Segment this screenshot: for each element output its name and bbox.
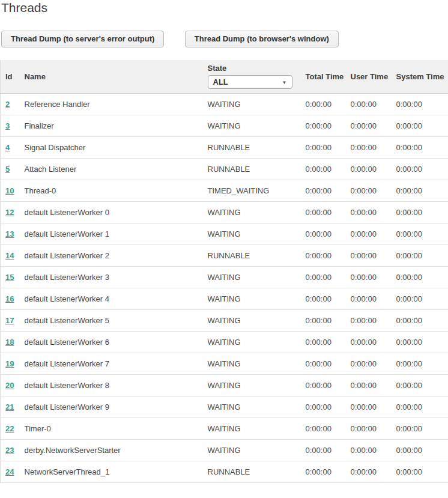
thread-id-link[interactable]: 14 [5,251,14,260]
thread-id-cell: 10 [1,180,20,201]
table-row: 17default ListenerWorker 5WAITING0:00:00… [1,309,448,331]
thread-id-link[interactable]: 13 [5,229,14,238]
thread-id-cell: 15 [1,266,20,288]
table-row: 12default ListenerWorker 0WAITING0:00:00… [1,201,448,223]
state-filter-select[interactable]: ALL [208,75,292,89]
thread-user-time: 0:00:00 [346,93,392,115]
thread-system-time: 0:00:00 [392,439,448,461]
column-header-name: Name [20,60,203,93]
thread-id-cell: 20 [1,374,20,396]
table-row: 2Reference HandlerWAITING0:00:000:00:000… [1,93,448,115]
thread-id-link[interactable]: 18 [5,338,14,347]
thread-id-link[interactable]: 10 [5,186,14,195]
thread-state: WAITING [203,309,301,331]
thread-name: Timer-0 [20,418,203,439]
thread-state: RUNNABLE [203,461,301,482]
thread-user-time: 0:00:00 [346,136,392,158]
thread-id-cell: 13 [1,223,20,244]
thread-id-link[interactable]: 5 [5,165,10,174]
thread-dump-server-button[interactable]: Thread Dump (to server's error output) [1,31,164,47]
thread-id-cell: 19 [1,353,20,374]
thread-dump-browser-button[interactable]: Thread Dump (to browser's window) [185,31,339,47]
thread-id-link[interactable]: 2 [5,100,10,109]
thread-state: TIMED_WAITING [203,180,301,201]
thread-id-cell: 12 [1,201,20,223]
thread-state: WAITING [203,93,301,115]
toolbar: Thread Dump (to server's error output) T… [1,31,448,47]
thread-id-link[interactable]: 19 [5,359,14,368]
thread-system-time: 0:00:00 [392,223,448,244]
threads-table: Id Name State ALL ▼ Total Time User Time… [0,60,448,483]
thread-system-time: 0:00:00 [392,158,448,180]
thread-id-link[interactable]: 4 [5,143,10,152]
thread-id-link[interactable]: 17 [5,316,14,325]
thread-id-link[interactable]: 12 [5,208,14,217]
thread-id-link[interactable]: 23 [5,446,14,455]
thread-name: Signal Dispatcher [20,136,203,158]
thread-total-time: 0:00:00 [301,158,346,180]
thread-id-link[interactable]: 16 [5,294,14,303]
thread-system-time: 0:00:00 [392,309,448,331]
thread-name: Thread-0 [20,180,203,201]
thread-id-link[interactable]: 22 [5,424,14,433]
thread-id-cell: 23 [1,439,20,461]
thread-id-link[interactable]: 15 [5,273,14,282]
column-header-total-time: Total Time [301,60,346,93]
thread-system-time: 0:00:00 [392,115,448,136]
thread-name: default ListenerWorker 8 [20,374,203,396]
thread-system-time: 0:00:00 [392,201,448,223]
state-filter-wrap: ALL ▼ [208,77,292,87]
table-row: 15default ListenerWorker 3WAITING0:00:00… [1,266,448,288]
table-row: 21default ListenerWorker 9WAITING0:00:00… [1,396,448,418]
thread-state: RUNNABLE [203,158,301,180]
thread-name: Reference Handler [20,93,203,115]
thread-name: default ListenerWorker 6 [20,331,203,353]
thread-id-cell: 24 [1,461,20,482]
thread-state: WAITING [203,331,301,353]
thread-name: default ListenerWorker 9 [20,396,203,418]
thread-user-time: 0:00:00 [346,244,392,266]
thread-state: WAITING [203,439,301,461]
thread-system-time: 0:00:00 [392,331,448,353]
thread-id-link[interactable]: 3 [5,121,10,130]
thread-total-time: 0:00:00 [301,115,346,136]
thread-state: RUNNABLE [203,244,301,266]
thread-user-time: 0:00:00 [346,353,392,374]
thread-system-time: 0:00:00 [392,136,448,158]
thread-system-time: 0:00:00 [392,93,448,115]
thread-state: WAITING [203,223,301,244]
thread-id-link[interactable]: 20 [5,381,14,390]
table-row: 22Timer-0WAITING0:00:000:00:000:00:00 [1,418,448,439]
thread-id-cell: 5 [1,158,20,180]
thread-name: default ListenerWorker 7 [20,353,203,374]
thread-user-time: 0:00:00 [346,180,392,201]
thread-name: derby.NetworkServerStarter [20,439,203,461]
thread-user-time: 0:00:00 [346,418,392,439]
table-row: 20default ListenerWorker 8WAITING0:00:00… [1,374,448,396]
thread-user-time: 0:00:00 [346,223,392,244]
threads-page: Threads Thread Dump (to server's error o… [0,0,448,498]
table-row: 18default ListenerWorker 6WAITING0:00:00… [1,331,448,353]
thread-id-link[interactable]: 21 [5,402,14,411]
thread-state: WAITING [203,374,301,396]
thread-name: default ListenerWorker 1 [20,223,203,244]
threads-table-body: 2Reference HandlerWAITING0:00:000:00:000… [1,93,448,482]
table-row: 5Attach ListenerRUNNABLE0:00:000:00:000:… [1,158,448,180]
thread-system-time: 0:00:00 [392,396,448,418]
thread-user-time: 0:00:00 [346,288,392,309]
thread-id-link[interactable]: 24 [5,467,14,476]
thread-user-time: 0:00:00 [346,374,392,396]
thread-system-time: 0:00:00 [392,180,448,201]
thread-user-time: 0:00:00 [346,309,392,331]
thread-id-cell: 22 [1,418,20,439]
thread-total-time: 0:00:00 [301,136,346,158]
thread-user-time: 0:00:00 [346,439,392,461]
thread-system-time: 0:00:00 [392,374,448,396]
column-header-user-time: User Time [346,60,392,93]
thread-total-time: 0:00:00 [301,439,346,461]
thread-total-time: 0:00:00 [301,223,346,244]
thread-state: WAITING [203,266,301,288]
thread-user-time: 0:00:00 [346,331,392,353]
thread-total-time: 0:00:00 [301,266,346,288]
table-row: 3FinalizerWAITING0:00:000:00:000:00:00 [1,115,448,136]
